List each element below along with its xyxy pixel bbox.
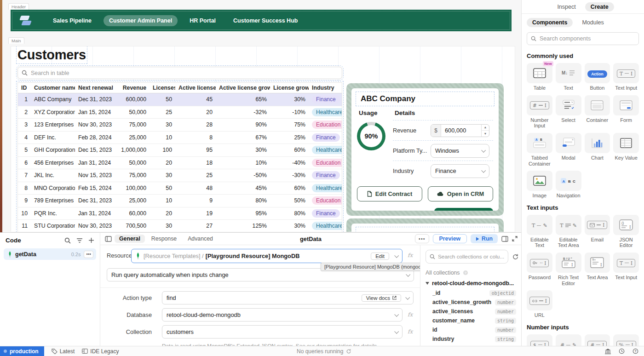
collapse-panel-icon[interactable] (105, 236, 112, 242)
frame-tag-header[interactable]: Header (8, 3, 29, 10)
component-search-input[interactable]: Search components (527, 32, 639, 45)
detail-container[interactable]: ABC Company Usage Details 90% Revenue$60… (346, 83, 504, 216)
fx-icon[interactable]: fx (408, 311, 413, 318)
column-header[interactable]: Next renewal (75, 85, 115, 91)
schema-field-row[interactable]: active_license_growthnumber (426, 298, 516, 307)
editor-tab-general[interactable]: General (115, 235, 145, 243)
column-header[interactable]: Licenses (150, 85, 175, 91)
revenue-value[interactable]: 600,000 (441, 125, 481, 137)
component-card-button[interactable]: ActionButton (585, 63, 610, 91)
component-card-number-input[interactable]: # INumber Input (527, 95, 552, 129)
help-icon[interactable]: ? (632, 348, 638, 354)
query-search-icon[interactable] (64, 237, 71, 244)
component-card-navigation[interactable]: ABCNavigation (556, 171, 581, 199)
query-item-more-button[interactable]: ••• (84, 251, 93, 258)
table-search-input[interactable]: Search in table (17, 67, 342, 79)
editor-tab-advanced[interactable]: Advanced (183, 235, 218, 243)
nav-tab[interactable]: HR Portal (184, 15, 221, 26)
component-card-email[interactable]: IEmail (585, 215, 610, 248)
step-up-icon[interactable]: ▲ (482, 125, 489, 131)
tab-inspect[interactable]: Inspect (552, 2, 581, 11)
fx-icon[interactable]: fx (408, 328, 413, 335)
expand-icon[interactable] (512, 236, 518, 241)
component-card-table[interactable]: NewTable (527, 63, 552, 91)
component-card-editable-number[interactable]: # ✎Editable Number (556, 334, 581, 346)
nav-tab[interactable]: Customer Admin Panel (104, 15, 178, 26)
database-select[interactable]: retool-cloud-demo-mongodb (162, 308, 402, 322)
environment-selector[interactable]: production (0, 346, 44, 356)
component-card-currency[interactable]: $ ICurrency (527, 334, 552, 346)
refresh-icon[interactable] (346, 349, 351, 354)
nav-tab[interactable]: Sales Pipeline (47, 15, 97, 26)
schema-field-row[interactable]: customer_namestring (426, 316, 516, 325)
component-card-editable-text[interactable]: T ✎Editable Text (527, 215, 552, 248)
number-stepper[interactable]: ▲▼ (481, 125, 489, 137)
table-row[interactable]: 5GHI CorporationDec 15, 20231,000,000100… (18, 144, 342, 157)
edit-contract-button[interactable]: Edit Contract (357, 186, 422, 201)
component-card-select[interactable]: Select (556, 95, 581, 129)
schema-field-row[interactable]: _idobjectid (426, 288, 516, 298)
table-row[interactable]: 11STU CorporationNov 30, 2023700,5003027… (18, 220, 342, 232)
component-card-modal[interactable]: ×Modal (556, 133, 581, 167)
history-icon[interactable] (619, 348, 625, 354)
tab-components[interactable]: Components (527, 18, 573, 27)
column-header[interactable]: ID (18, 85, 31, 91)
schema-field-row[interactable]: active_licensesnumber (426, 307, 516, 316)
app-header[interactable]: Sales PipelineCustomer Admin PanelHR Por… (11, 10, 512, 31)
column-header[interactable]: Industry (309, 85, 342, 91)
debug-tools-icon[interactable] (605, 349, 611, 354)
table-row[interactable]: 7JKL Inc.Nov 15, 202375,0003025-50%-30%F… (18, 169, 342, 182)
table-row[interactable]: 10PQR Inc.Jan 31, 202460,000201995%80%Fi… (18, 207, 342, 220)
component-card-image[interactable]: Image (527, 171, 552, 199)
revenue-number-input[interactable]: $600,000▲▼ (431, 124, 489, 137)
table-row[interactable]: 3123 EnterprisesNov 30, 202375,000302890… (18, 119, 342, 132)
table-row[interactable]: 2XYZ CorporationJan 15, 202450,0002520-3… (18, 106, 342, 119)
column-header[interactable]: Active licenses (175, 85, 216, 91)
column-header[interactable]: Customer name (31, 85, 75, 91)
resource-select[interactable]: [Resource Templates] / [Playground Resou… (131, 249, 402, 263)
component-card-number-input[interactable]: # INumber Input (585, 334, 610, 346)
save-changes-button[interactable]: Save Changes (434, 208, 493, 211)
action-type-select[interactable]: findView docs (162, 291, 414, 304)
view-docs-button[interactable]: View docs (362, 294, 401, 302)
add-query-icon[interactable] (88, 237, 94, 243)
query-more-button[interactable]: ••• (415, 234, 429, 243)
industryselect[interactable]: Finance (431, 164, 489, 178)
schema-search-input[interactable]: Search collections or colu... (426, 250, 508, 264)
ide-legacy-toggle[interactable]: IDE Legacy (82, 348, 119, 355)
run-button[interactable]: Run (471, 234, 498, 243)
component-card-text-input[interactable]: T IText Input (613, 63, 639, 91)
schema-field-row[interactable]: industrystring (426, 334, 516, 344)
table-row[interactable]: 8MNO CorporationFeb 15, 2024100,00050484… (18, 182, 342, 195)
component-card-container[interactable]: Container (585, 95, 610, 129)
table-row[interactable]: 6456 EnterprisesJan 31, 202450,000201810… (18, 157, 342, 170)
frame-tag-main[interactable]: Main (8, 37, 24, 44)
database-tree-node[interactable]: retool-cloud-demo-mongodb... (426, 280, 516, 287)
table-row[interactable]: 1ABC CompanyDec 31, 2023600,000504565%30… (18, 93, 342, 106)
component-card-text-area[interactable]: ITText Area (585, 253, 610, 286)
version-selector[interactable]: Latest (52, 348, 75, 355)
step-down-icon[interactable]: ▼ (482, 131, 489, 137)
component-card-password[interactable]: ·· IPassword (527, 253, 552, 286)
component-card-text[interactable]: M↓Text (556, 63, 581, 91)
collection-select[interactable]: customers (162, 325, 402, 339)
column-header[interactable]: License growth (270, 85, 309, 91)
chevron-down-icon[interactable] (394, 253, 399, 258)
side-panel-icon[interactable] (501, 236, 508, 242)
editor-canvas[interactable]: Header Sales PipelineCustomer Admin Pane… (2, 0, 521, 232)
schema-field-row[interactable]: idnumber (426, 325, 516, 334)
editor-tab-response[interactable]: Response (147, 235, 181, 243)
refresh-schema-icon[interactable] (512, 253, 519, 260)
component-card-text-input[interactable]: T IText Input (613, 253, 639, 286)
preview-button[interactable]: Preview (433, 234, 467, 243)
column-header[interactable]: Revenue (115, 85, 150, 91)
platform-ty-select[interactable]: Windows (431, 144, 489, 158)
tab-create[interactable]: Create (585, 2, 614, 11)
component-card-rich-text-editor[interactable]: B / U ”IRich Text Editor (556, 253, 581, 286)
resource-edit-button[interactable]: Edit (371, 253, 389, 260)
component-card-chart[interactable]: Chart (585, 133, 610, 167)
table-row[interactable]: 9789 EnterprisesDec 31, 202325,00010980%… (18, 195, 342, 207)
column-header[interactable]: Active license growth (216, 85, 270, 91)
component-card-editable-text-area[interactable]: T ✎Editable Text Area (556, 215, 581, 248)
component-card-form[interactable]: Form (613, 95, 639, 129)
